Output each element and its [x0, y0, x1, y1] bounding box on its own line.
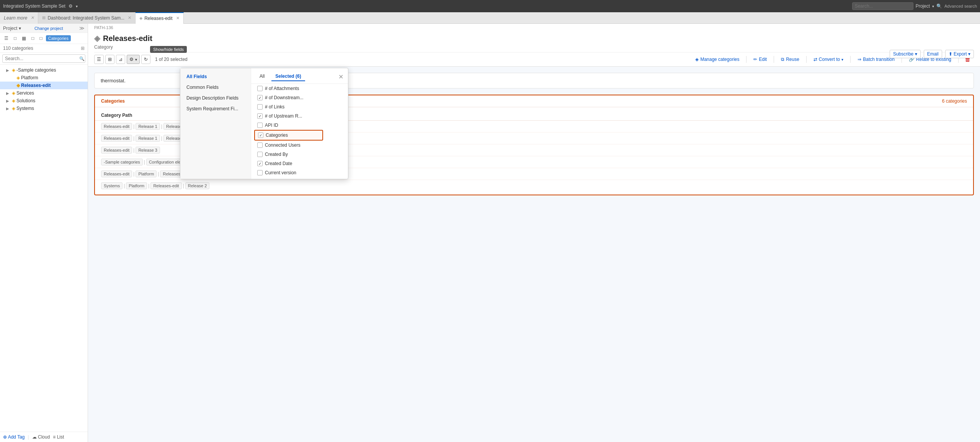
tab-learn-close[interactable]: ✕	[31, 15, 34, 20]
field-current-version[interactable]: Current version	[254, 168, 323, 177]
fields-grid: # of Attachments ✓ # of Downstream... # …	[251, 84, 348, 179]
field-checkbox[interactable]: ✓	[257, 113, 263, 119]
filter-btn[interactable]: ⊿	[116, 55, 125, 64]
field-checkbox[interactable]	[257, 104, 263, 110]
field-checkbox[interactable]: ✓	[257, 161, 263, 166]
all-fields-item[interactable]: All Fields	[180, 71, 251, 82]
sidebar-view-btn5[interactable]: □	[38, 34, 44, 42]
field-links[interactable]: # of Links	[254, 102, 323, 111]
field-upstream[interactable]: ✓ # of Upstream R...	[254, 111, 323, 121]
project-label[interactable]: Project	[916, 3, 930, 9]
tab-learn[interactable]: Learn more ✕	[0, 12, 38, 24]
sidebar-expand-icon[interactable]: ⊞	[81, 46, 85, 51]
popup-left-panel: All Fields Common Fields Design Descript…	[180, 68, 251, 179]
tree-item-sample[interactable]: ▶ ◈ -Sample categories	[0, 66, 88, 74]
change-project-btn[interactable]: Change project	[34, 26, 63, 31]
dashboard-icon: ⊞	[42, 15, 46, 20]
page-subtitle: Category	[94, 44, 974, 52]
design-desc-fields-item[interactable]: Design Description Fields	[180, 93, 251, 103]
sidebar-collapse-icon[interactable]: ≫	[79, 25, 85, 31]
edit-icon: ✏	[753, 57, 757, 62]
field-categories[interactable]: ✓ Categories	[254, 130, 323, 141]
top-bar: Integrated System Sample Set ⚙ ▾ Project…	[0, 0, 980, 12]
reuse-btn[interactable]: ⧉ Reuse	[777, 55, 803, 64]
content-area-wrapper: PATH-136 ◈ Releases-edit Category Subscr…	[88, 24, 980, 442]
folder-icon: ◈	[16, 75, 20, 80]
field-checkbox[interactable]	[257, 170, 263, 175]
field-downstream[interactable]: ✓ # of Downstream...	[254, 93, 323, 102]
tab-releases[interactable]: ◈ Releases-edit ✕	[136, 12, 183, 24]
add-tag-btn[interactable]: ⊕ Add Tag	[3, 434, 25, 440]
convert-to-btn[interactable]: ⇄ Convert to ▾	[810, 55, 847, 64]
categories-icon: ◈	[695, 57, 699, 62]
sidebar-view-btn2[interactable]: □	[12, 34, 18, 42]
field-created-date[interactable]: ✓ Created Date	[254, 159, 323, 168]
folder-icon: ◈	[12, 98, 15, 103]
refresh-btn[interactable]: ↻	[141, 55, 150, 64]
folder-icon: ◈	[12, 106, 15, 111]
item-description-text: thermostat.	[101, 78, 126, 83]
tab-dashboard[interactable]: ⊞ Dashboard: Integrated System Sam... ✕	[38, 12, 136, 24]
field-label: # of Attachments	[265, 86, 299, 91]
field-checkbox[interactable]	[257, 142, 263, 148]
tree-item-releases-edit[interactable]: ◈ Releases-edit	[0, 82, 88, 89]
tree-item-services[interactable]: ▶ ◈ Services	[0, 89, 88, 97]
sidebar-project-btn[interactable]: Project ▾	[3, 26, 21, 31]
subscribe-btn[interactable]: Subscribe ▾	[890, 50, 921, 58]
field-checkbox[interactable]: ✓	[257, 95, 263, 100]
refresh-icon: ↻	[144, 57, 148, 62]
settings-dropdown-icon: ▾	[135, 57, 137, 62]
export-btn[interactable]: ⬆ Export ▾	[945, 50, 974, 58]
system-req-fields-item[interactable]: System Requirement Fi...	[180, 103, 251, 114]
field-label: Created Date	[265, 161, 292, 166]
field-checkbox[interactable]	[257, 152, 263, 157]
field-created-by[interactable]: Created By	[254, 150, 323, 159]
gear-icon[interactable]: ⚙	[69, 3, 73, 9]
cloud-btn[interactable]: ☁ Cloud	[32, 434, 50, 440]
common-fields-item[interactable]: Common Fields	[180, 82, 251, 93]
popup-tab-all[interactable]: All	[256, 72, 268, 81]
tab-dashboard-label: Dashboard: Integrated System Sam...	[47, 15, 124, 21]
content-toolbar: ☰ ⊞ ⊿ ⚙ ▾ Show/hide fields ↻	[94, 52, 974, 66]
advanced-search-btn[interactable]: Advanced search	[944, 4, 977, 8]
field-api-id[interactable]: API ID	[254, 121, 323, 130]
settings-btn[interactable]: ⚙ ▾ Show/hide fields	[127, 55, 140, 64]
field-checkbox[interactable]: ✓	[258, 133, 263, 138]
tab-releases-close[interactable]: ✕	[176, 16, 180, 21]
sidebar-list-view-btn[interactable]: ☰	[2, 34, 10, 42]
gear-dropdown-icon[interactable]: ▾	[76, 4, 78, 8]
tree-item-systems[interactable]: ▶ ◈ Systems	[0, 105, 88, 112]
search-icon: 🔍	[79, 56, 85, 61]
sidebar-view-btn3[interactable]: ▦	[20, 34, 28, 42]
sidebar-view-btn4[interactable]: □	[29, 34, 36, 42]
grid-view-btn[interactable]: ⊞	[105, 55, 114, 64]
tree-item-platform[interactable]: ◈ Platform	[0, 74, 88, 82]
category-tag: Release 3	[136, 147, 160, 154]
categories-count: 6 categories	[942, 98, 967, 104]
sidebar-toolbar: ☰ □ ▦ □ □ Categories	[0, 33, 88, 44]
field-attachments[interactable]: # of Attachments	[254, 84, 323, 93]
category-tag: Platform	[136, 170, 157, 177]
field-label: # of Links	[265, 104, 284, 110]
popup-tab-selected[interactable]: Selected (6)	[271, 72, 305, 81]
field-label: API ID	[265, 123, 278, 128]
popup-close-btn[interactable]: ✕	[338, 73, 343, 80]
tree-item-solutions[interactable]: ▶ ◈ Solutions	[0, 97, 88, 105]
field-checkbox[interactable]	[257, 86, 263, 91]
field-checkbox[interactable]	[257, 123, 263, 128]
edit-btn[interactable]: ✏ Edit	[750, 55, 771, 64]
project-dropdown-icon[interactable]: ▾	[932, 4, 934, 8]
manage-categories-btn[interactable]: ◈ Manage categories	[691, 55, 743, 64]
search-input[interactable]	[852, 2, 913, 10]
tab-learn-label: Learn more	[4, 15, 27, 21]
category-tag: Release 1	[136, 135, 160, 142]
field-connected-users[interactable]: Connected Users	[254, 141, 323, 150]
list-view-btn[interactable]: ☰	[94, 55, 104, 64]
field-label: Current version	[265, 170, 296, 175]
top-right-actions: Subscribe ▾ Email ⬆ Export ▾	[890, 50, 974, 58]
list-btn[interactable]: ≡ List	[53, 434, 64, 440]
email-btn[interactable]: Email	[924, 50, 942, 58]
tab-dashboard-close[interactable]: ✕	[128, 15, 131, 20]
table-row: Systems | Platform | Releases-edit | Rel…	[95, 180, 973, 192]
sidebar-search-input[interactable]	[2, 54, 85, 63]
